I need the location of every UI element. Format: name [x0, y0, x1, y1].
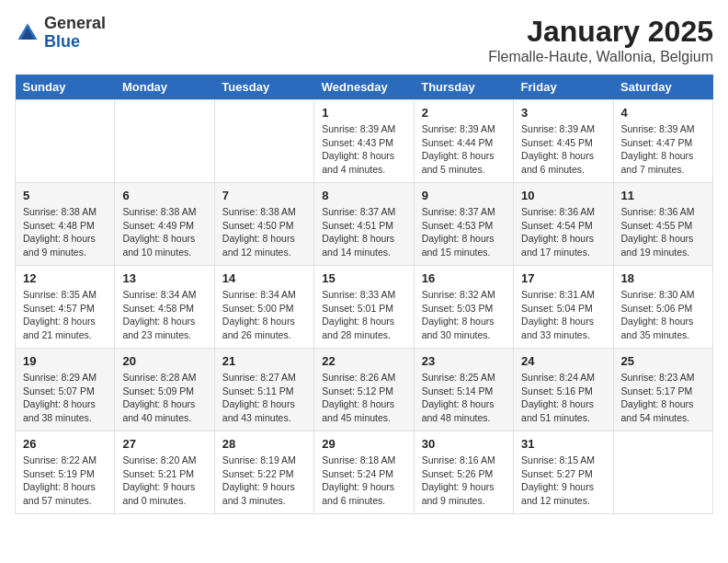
calendar-cell: 14Sunrise: 8:34 AM Sunset: 5:00 PM Dayli… [214, 266, 313, 349]
calendar-cell: 11Sunrise: 8:36 AM Sunset: 4:55 PM Dayli… [613, 183, 712, 266]
calendar-header-row: SundayMondayTuesdayWednesdayThursdayFrid… [16, 75, 713, 100]
header-tuesday: Tuesday [214, 75, 313, 100]
calendar-cell: 3Sunrise: 8:39 AM Sunset: 4:45 PM Daylig… [514, 100, 613, 183]
calendar-cell: 26Sunrise: 8:22 AM Sunset: 5:19 PM Dayli… [16, 431, 115, 514]
day-number: 15 [322, 271, 405, 285]
day-number: 14 [222, 271, 306, 285]
calendar-cell: 25Sunrise: 8:23 AM Sunset: 5:17 PM Dayli… [613, 349, 712, 431]
day-number: 30 [422, 437, 506, 451]
cell-info: Sunrise: 8:34 AM Sunset: 5:00 PM Dayligh… [222, 288, 306, 342]
day-number: 28 [222, 437, 306, 451]
day-number: 19 [23, 354, 107, 368]
cell-info: Sunrise: 8:23 AM Sunset: 5:17 PM Dayligh… [621, 371, 705, 425]
day-number: 17 [521, 271, 605, 285]
day-number: 22 [322, 354, 405, 368]
cell-info: Sunrise: 8:38 AM Sunset: 4:50 PM Dayligh… [222, 205, 306, 259]
calendar-cell [16, 100, 115, 183]
day-number: 29 [322, 437, 405, 451]
day-number: 16 [422, 271, 506, 285]
calendar-cell: 5Sunrise: 8:38 AM Sunset: 4:48 PM Daylig… [16, 183, 115, 266]
cell-info: Sunrise: 8:25 AM Sunset: 5:14 PM Dayligh… [422, 371, 506, 425]
day-number: 8 [322, 189, 405, 202]
cell-info: Sunrise: 8:27 AM Sunset: 5:11 PM Dayligh… [222, 371, 306, 425]
logo-icon [15, 20, 40, 46]
day-number: 26 [23, 437, 107, 451]
header-thursday: Thursday [414, 75, 513, 100]
calendar-cell: 30Sunrise: 8:16 AM Sunset: 5:26 PM Dayli… [414, 431, 513, 514]
header-monday: Monday [115, 75, 214, 100]
calendar-cell: 7Sunrise: 8:38 AM Sunset: 4:50 PM Daylig… [214, 183, 313, 266]
logo-blue: Blue [44, 33, 106, 52]
calendar-cell: 31Sunrise: 8:15 AM Sunset: 5:27 PM Dayli… [514, 431, 613, 514]
cell-info: Sunrise: 8:29 AM Sunset: 5:07 PM Dayligh… [23, 371, 107, 425]
cell-info: Sunrise: 8:39 AM Sunset: 4:44 PM Dayligh… [422, 122, 506, 177]
calendar-cell: 10Sunrise: 8:36 AM Sunset: 4:54 PM Dayli… [514, 183, 613, 266]
day-number: 20 [122, 354, 206, 368]
day-number: 27 [122, 437, 206, 451]
calendar-cell: 29Sunrise: 8:18 AM Sunset: 5:24 PM Dayli… [314, 431, 414, 514]
calendar-cell: 1Sunrise: 8:39 AM Sunset: 4:43 PM Daylig… [314, 100, 414, 183]
calendar-cell: 21Sunrise: 8:27 AM Sunset: 5:11 PM Dayli… [214, 349, 313, 431]
cell-info: Sunrise: 8:39 AM Sunset: 4:47 PM Dayligh… [621, 122, 705, 177]
calendar-cell: 8Sunrise: 8:37 AM Sunset: 4:51 PM Daylig… [314, 183, 414, 266]
header-friday: Friday [514, 75, 613, 100]
day-number: 31 [521, 437, 605, 451]
cell-info: Sunrise: 8:31 AM Sunset: 5:04 PM Dayligh… [521, 288, 605, 342]
calendar-cell: 22Sunrise: 8:26 AM Sunset: 5:12 PM Dayli… [314, 349, 414, 431]
calendar-cell: 27Sunrise: 8:20 AM Sunset: 5:21 PM Dayli… [115, 431, 214, 514]
calendar-cell: 19Sunrise: 8:29 AM Sunset: 5:07 PM Dayli… [16, 349, 115, 431]
calendar-cell [613, 431, 712, 514]
cell-info: Sunrise: 8:22 AM Sunset: 5:19 PM Dayligh… [23, 454, 107, 508]
cell-info: Sunrise: 8:35 AM Sunset: 4:57 PM Dayligh… [23, 288, 107, 342]
cell-info: Sunrise: 8:37 AM Sunset: 4:51 PM Dayligh… [322, 205, 405, 259]
cell-info: Sunrise: 8:20 AM Sunset: 5:21 PM Dayligh… [122, 454, 206, 508]
cell-info: Sunrise: 8:34 AM Sunset: 4:58 PM Dayligh… [122, 288, 206, 342]
day-number: 1 [322, 106, 405, 120]
cell-info: Sunrise: 8:15 AM Sunset: 5:27 PM Dayligh… [521, 454, 605, 508]
day-number: 10 [521, 189, 605, 202]
calendar-cell: 18Sunrise: 8:30 AM Sunset: 5:06 PM Dayli… [613, 266, 712, 349]
calendar-cell: 2Sunrise: 8:39 AM Sunset: 4:44 PM Daylig… [414, 100, 513, 183]
header-saturday: Saturday [613, 75, 712, 100]
day-number: 21 [222, 354, 306, 368]
cell-info: Sunrise: 8:33 AM Sunset: 5:01 PM Dayligh… [322, 288, 405, 342]
cell-info: Sunrise: 8:38 AM Sunset: 4:48 PM Dayligh… [23, 205, 107, 259]
page-subtitle: Flemalle-Haute, Wallonia, Belgium [488, 49, 713, 65]
day-number: 12 [23, 271, 107, 285]
day-number: 23 [422, 354, 506, 368]
calendar-cell: 13Sunrise: 8:34 AM Sunset: 4:58 PM Dayli… [115, 266, 214, 349]
cell-info: Sunrise: 8:28 AM Sunset: 5:09 PM Dayligh… [122, 371, 206, 425]
calendar-cell: 24Sunrise: 8:24 AM Sunset: 5:16 PM Dayli… [514, 349, 613, 431]
day-number: 18 [621, 271, 705, 285]
calendar-week-row: 12Sunrise: 8:35 AM Sunset: 4:57 PM Dayli… [16, 266, 713, 349]
calendar-table: SundayMondayTuesdayWednesdayThursdayFrid… [15, 75, 713, 514]
calendar-week-row: 1Sunrise: 8:39 AM Sunset: 4:43 PM Daylig… [16, 100, 713, 183]
cell-info: Sunrise: 8:24 AM Sunset: 5:16 PM Dayligh… [521, 371, 605, 425]
calendar-cell: 16Sunrise: 8:32 AM Sunset: 5:03 PM Dayli… [414, 266, 513, 349]
day-number: 2 [422, 106, 506, 120]
cell-info: Sunrise: 8:36 AM Sunset: 4:54 PM Dayligh… [521, 205, 605, 259]
day-number: 9 [422, 189, 506, 202]
cell-info: Sunrise: 8:30 AM Sunset: 5:06 PM Dayligh… [621, 288, 705, 342]
calendar-cell: 4Sunrise: 8:39 AM Sunset: 4:47 PM Daylig… [613, 100, 712, 183]
day-number: 4 [621, 106, 705, 120]
day-number: 25 [621, 354, 705, 368]
cell-info: Sunrise: 8:32 AM Sunset: 5:03 PM Dayligh… [422, 288, 506, 342]
cell-info: Sunrise: 8:16 AM Sunset: 5:26 PM Dayligh… [422, 454, 506, 508]
day-number: 5 [23, 189, 107, 202]
calendar-cell: 20Sunrise: 8:28 AM Sunset: 5:09 PM Dayli… [115, 349, 214, 431]
calendar-week-row: 19Sunrise: 8:29 AM Sunset: 5:07 PM Dayli… [16, 349, 713, 431]
calendar-week-row: 5Sunrise: 8:38 AM Sunset: 4:48 PM Daylig… [16, 183, 713, 266]
cell-info: Sunrise: 8:39 AM Sunset: 4:43 PM Dayligh… [322, 122, 405, 177]
cell-info: Sunrise: 8:39 AM Sunset: 4:45 PM Dayligh… [521, 122, 605, 177]
cell-info: Sunrise: 8:19 AM Sunset: 5:22 PM Dayligh… [222, 454, 306, 508]
calendar-cell: 15Sunrise: 8:33 AM Sunset: 5:01 PM Dayli… [314, 266, 414, 349]
calendar-cell: 17Sunrise: 8:31 AM Sunset: 5:04 PM Dayli… [514, 266, 613, 349]
calendar-cell [115, 100, 214, 183]
cell-info: Sunrise: 8:26 AM Sunset: 5:12 PM Dayligh… [322, 371, 405, 425]
logo: General Blue [15, 15, 106, 52]
header-wednesday: Wednesday [314, 75, 414, 100]
day-number: 13 [122, 271, 206, 285]
calendar-cell: 28Sunrise: 8:19 AM Sunset: 5:22 PM Dayli… [214, 431, 313, 514]
calendar-cell [214, 100, 313, 183]
